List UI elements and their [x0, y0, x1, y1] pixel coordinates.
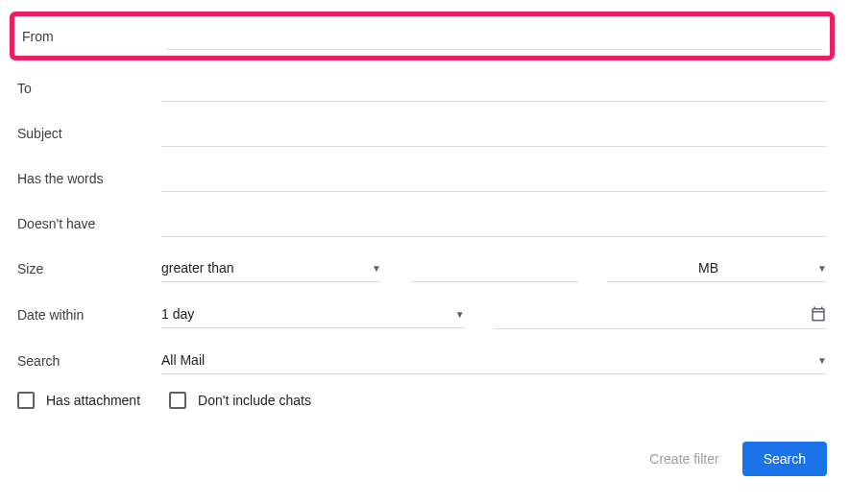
- checkbox-row: Has attachment Don't include chats: [17, 392, 827, 409]
- has-attachment-label: Has attachment: [46, 393, 140, 408]
- checkbox-icon: [17, 392, 35, 409]
- date-row: Date within 1 day ▼: [17, 300, 827, 329]
- from-row: From: [22, 22, 822, 50]
- size-label: Size: [17, 261, 161, 276]
- size-comparator-select[interactable]: greater than ▼: [161, 254, 381, 282]
- search-in-select[interactable]: All Mail ▼: [161, 347, 827, 374]
- to-input[interactable]: [161, 74, 827, 102]
- size-value-input[interactable]: [410, 254, 578, 282]
- date-label: Date within: [17, 307, 161, 323]
- size-row: Size greater than ▼ MB ▼: [17, 254, 827, 282]
- from-input[interactable]: [166, 22, 822, 50]
- dropdown-icon: ▼: [455, 309, 465, 320]
- date-range-value: 1 day: [161, 306, 194, 322]
- from-row-highlight: From: [10, 12, 835, 60]
- subject-label: Subject: [17, 126, 161, 141]
- checkbox-icon: [169, 392, 186, 409]
- exclude-chats-checkbox[interactable]: Don't include chats: [169, 392, 311, 409]
- doesnt-have-label: Doesn't have: [17, 216, 161, 231]
- subject-row: Subject: [17, 119, 827, 147]
- has-words-row: Has the words: [17, 164, 827, 192]
- subject-input[interactable]: [161, 119, 827, 147]
- exclude-chats-label: Don't include chats: [198, 393, 311, 408]
- date-range-select[interactable]: 1 day ▼: [161, 300, 465, 328]
- doesnt-have-row: Doesn't have: [17, 209, 827, 237]
- search-button[interactable]: Search: [742, 442, 827, 476]
- has-words-label: Has the words: [17, 171, 161, 186]
- to-row: To: [17, 74, 827, 102]
- size-comparator-value: greater than: [161, 260, 234, 276]
- actions-row: Create filter Search: [17, 442, 827, 476]
- search-in-label: Search: [17, 353, 161, 369]
- search-in-value: All Mail: [161, 352, 205, 368]
- dropdown-icon: ▼: [372, 263, 381, 274]
- size-unit-select[interactable]: MB ▼: [607, 254, 827, 282]
- calendar-icon: [810, 305, 827, 323]
- create-filter-button[interactable]: Create filter: [649, 451, 718, 467]
- to-label: To: [17, 81, 161, 96]
- has-words-input[interactable]: [161, 164, 827, 192]
- doesnt-have-input[interactable]: [161, 209, 827, 237]
- size-unit-value: MB: [698, 260, 718, 276]
- from-label: From: [22, 29, 166, 44]
- dropdown-icon: ▼: [817, 263, 827, 274]
- dropdown-icon: ▼: [817, 355, 827, 366]
- date-picker[interactable]: [494, 300, 827, 329]
- search-in-row: Search All Mail ▼: [17, 347, 827, 374]
- has-attachment-checkbox[interactable]: Has attachment: [17, 392, 140, 409]
